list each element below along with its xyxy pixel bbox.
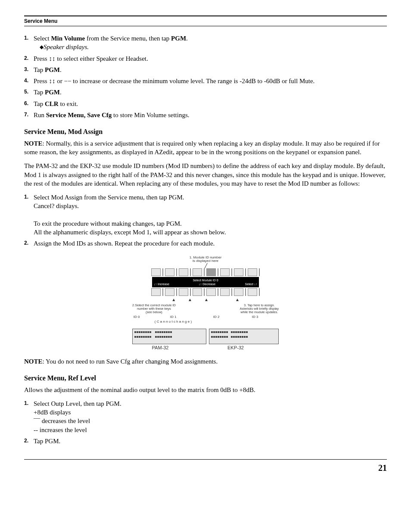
lcd-row-bottom [119, 288, 292, 296]
header-title: Service Menu [24, 18, 57, 24]
page-number: 21 [378, 463, 387, 473]
step-item: 1. Select Min Volume from the Service me… [24, 34, 387, 52]
lcd-cell [179, 288, 188, 296]
lcd-cell [220, 288, 230, 296]
lcd-cell [206, 288, 216, 296]
lcd-cell [165, 288, 174, 296]
steps-list-3: 1. Select Outp Level, then tap PGM. +8dB… [24, 399, 387, 445]
ekp-32-panel-icon [209, 329, 279, 344]
step-number: 7. [24, 111, 28, 118]
step-number: 5. [24, 88, 28, 95]
step-number: 2. [24, 240, 28, 246]
lcd-cell [248, 268, 257, 276]
page-header: Service Menu [24, 16, 387, 26]
pointer-line-icon: ╱ [119, 265, 292, 268]
step-item: 7. Run Service Menu, Save Cfg to store M… [24, 111, 387, 119]
steps-list-2: 1. Select Mod Assign from the Service me… [24, 193, 387, 248]
lcd-cell [234, 268, 243, 276]
note-paragraph: NOTE: Normally, this is a service adjust… [24, 139, 387, 157]
lcd-cell [206, 268, 216, 276]
step-item: 2. Assign the Mod IDs as shown. Repeat t… [24, 239, 387, 248]
lcd-cell [193, 288, 202, 296]
step-number: 1. [24, 400, 28, 407]
step-number: 6. [24, 100, 28, 107]
lcd-row-top [119, 268, 292, 276]
arrow-row: ▲ ▲ ▲ ▲ [119, 297, 292, 303]
step-number: 2. [24, 55, 28, 62]
mod-assign-figure: 1. Module ID number is displayed here ╱ … [119, 256, 292, 351]
step-number: 1. [24, 193, 28, 200]
pam-32-label: PAM-32 [119, 345, 201, 351]
page-footer: 21 [24, 459, 387, 474]
note-paragraph: NOTE: You do not need to run Save Cfg af… [24, 357, 387, 366]
up-arrow-icon: ▲ [188, 297, 192, 303]
step-number: 3. [24, 66, 28, 73]
step-item: 4. Press ↕↕ or −− to increase or decreas… [24, 77, 387, 85]
step-item: 2. Tap PGM. [24, 437, 387, 445]
step-item: 3. Tap PGM. [24, 65, 387, 74]
step-item: 2. Press ↕↕ to select either Speaker or … [24, 54, 387, 63]
step-item: 1. Select Mod Assign from the Service me… [24, 193, 387, 236]
ekp-32-label: EKP-32 [201, 345, 270, 351]
step-number: 2. [24, 437, 28, 444]
lcd-cell [248, 288, 257, 296]
step-item: 6. Tap CLR to exit. [24, 100, 387, 108]
section-heading-mod-assign: Service Menu, Mod Assign [24, 127, 387, 137]
body-paragraph: The PAM-32 and the EKP-32 use module ID … [24, 162, 387, 188]
diamond-icon: ◆ [40, 44, 44, 50]
pam-32-panel-icon [132, 329, 206, 344]
steps-list-1: 1. Select Min Volume from the Service me… [24, 34, 387, 119]
body-paragraph: Allows the adjustment of the nominal aud… [24, 386, 387, 394]
step-number: 1. [24, 34, 28, 41]
lcd-cell [179, 268, 188, 276]
up-arrow-icon: ▲ [204, 297, 209, 303]
up-arrow-icon: ▲ [171, 297, 176, 303]
lcd-cell [151, 288, 161, 296]
lcd-cell [193, 268, 202, 276]
section-heading-ref-level: Service Menu, Ref Level [24, 373, 387, 383]
figure-annotation-2: 2.Select the correct module ID number wi… [132, 304, 176, 314]
lcd-cell [234, 288, 243, 296]
figure-annotation-1: 1. Module ID number is displayed here [119, 256, 292, 264]
step-number: 4. [24, 77, 28, 84]
lcd-cell [220, 268, 230, 276]
lcd-cell [151, 268, 161, 276]
lcd-cell [165, 268, 174, 276]
step-item: 1. Select Outp Level, then tap PGM. +8dB… [24, 399, 387, 434]
step-item: 5. Tap PGM. [24, 88, 387, 96]
figure-info-bar: Select Module ID 0 ↓↑ Increase ↓↑ Decrea… [152, 277, 259, 287]
figure-annotation-3: 3. Tap here to assign. Asterisks will br… [240, 304, 279, 314]
up-arrow-icon: ▲ [235, 297, 240, 303]
